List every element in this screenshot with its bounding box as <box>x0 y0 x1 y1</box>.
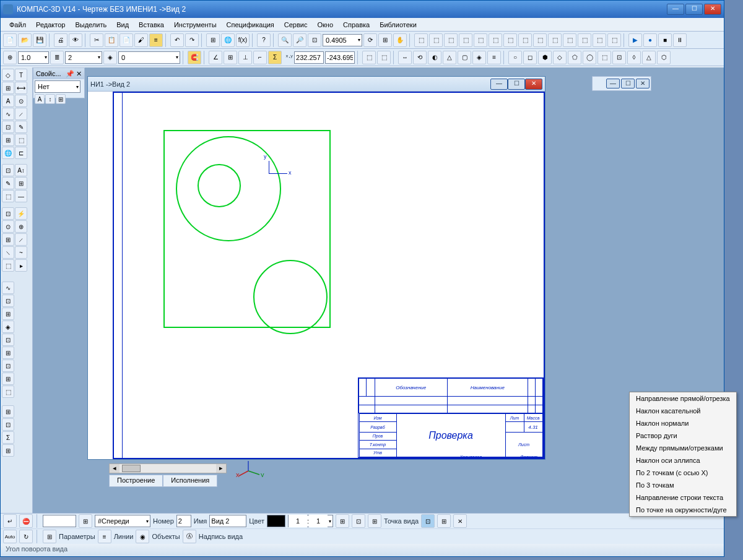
ctx-item-2[interactable]: Наклон нормали <box>630 417 736 429</box>
lt-text-icon[interactable]: T <box>15 69 27 81</box>
c1-icon[interactable]: ○ <box>508 51 522 64</box>
paste-icon[interactable]: 📄 <box>119 33 133 47</box>
tab-objects[interactable]: Объекты <box>152 533 180 540</box>
ctx-item-4[interactable]: Между прямыми/отрезками <box>630 442 736 454</box>
bottom-input-1[interactable] <box>43 515 76 527</box>
m1-icon[interactable]: ↔ <box>398 51 412 64</box>
coord-icon[interactable]: ⊕ <box>3 51 17 64</box>
lt-c3-icon[interactable]: ⊙ <box>2 220 14 233</box>
drawing-canvas[interactable]: y x ОбозначениеНаименование ИзмПроверкаЛ… <box>88 92 545 459</box>
ctx-item-9[interactable]: По точке на окружности/дуге <box>630 504 736 516</box>
lt-d6-icon[interactable]: ⊞ <box>2 347 14 359</box>
stop-icon[interactable]: ■ <box>658 33 672 47</box>
ctx-item-1[interactable]: Наклон касательной <box>630 405 736 417</box>
lt-d8-icon[interactable]: ⊞ <box>2 373 14 385</box>
lt-c9-icon[interactable]: ⬚ <box>2 259 14 272</box>
tab-caption[interactable]: Надпись вида <box>199 533 243 540</box>
coord-y-input[interactable] <box>325 51 355 64</box>
menu-libs[interactable]: Библиотеки <box>375 20 422 30</box>
t9-icon[interactable]: ⬚ <box>533 33 547 47</box>
lt-b4-icon[interactable]: ⊞ <box>15 177 27 189</box>
bp4-icon[interactable]: ⊡ <box>421 514 435 528</box>
lt-e1-icon[interactable]: ⊞ <box>2 405 14 418</box>
h-scrollbar[interactable]: ◂ ▸ <box>109 463 227 473</box>
lt-e3-icon[interactable]: Σ <box>2 431 14 444</box>
color-dropdown[interactable] <box>267 515 285 527</box>
t5-icon[interactable]: ⬚ <box>474 33 487 47</box>
lt-a7-icon[interactable]: ⊞ <box>2 134 14 146</box>
create-icon[interactable]: ↵ <box>3 514 17 528</box>
bp5-icon[interactable]: ⊞ <box>437 514 451 528</box>
name-input[interactable] <box>209 515 246 527</box>
m6-icon[interactable]: ◈ <box>472 51 486 64</box>
m2-icon[interactable]: ⟲ <box>413 51 427 64</box>
c2-icon[interactable]: ◻ <box>523 51 537 64</box>
save-icon[interactable]: 💾 <box>33 33 46 47</box>
lt-a6-icon[interactable]: ✎ <box>15 121 27 133</box>
copy-icon[interactable]: 📋 <box>105 33 118 47</box>
zoom-fit-icon[interactable]: ⊡ <box>308 33 321 47</box>
dim2-icon[interactable]: ⬚ <box>377 51 391 64</box>
bp2-icon[interactable]: ⊡ <box>352 514 365 528</box>
props-icon[interactable]: ≡ <box>149 33 163 47</box>
bp3-icon[interactable]: ⊞ <box>368 514 381 528</box>
ctx-item-7[interactable]: По 3 точкам <box>630 479 736 491</box>
scale-dropdown[interactable]: 1.0 <box>18 51 49 64</box>
menu-insert[interactable]: Вставка <box>134 20 169 30</box>
stop-cmd-icon[interactable]: ⛔ <box>19 514 33 528</box>
number-input[interactable] <box>176 515 191 527</box>
lt-b1-icon[interactable]: ⊡ <box>2 164 14 176</box>
props-pin-icon[interactable]: 📌 <box>66 70 74 77</box>
tab-lines[interactable]: Линии <box>114 533 134 540</box>
t1-icon[interactable]: ⬚ <box>414 33 428 47</box>
lt-d3-icon[interactable]: ⊞ <box>2 308 14 320</box>
props-dropdown[interactable]: Нет <box>35 80 80 93</box>
play-icon[interactable]: ▶ <box>628 33 642 47</box>
bp1-icon[interactable]: ⊞ <box>336 514 349 528</box>
t2-icon[interactable]: ⬚ <box>429 33 443 47</box>
t13-icon[interactable]: ⬚ <box>593 33 606 47</box>
lt-e2-icon[interactable]: ⊡ <box>2 418 14 431</box>
doc2-minimize-button[interactable]: — <box>606 79 620 88</box>
menu-spec[interactable]: Спецификация <box>222 20 279 30</box>
lt-b5-icon[interactable]: ⬚ <box>2 190 14 202</box>
menu-help[interactable]: Справка <box>338 20 375 30</box>
lt-d7-icon[interactable]: ⊡ <box>2 360 14 372</box>
ctx-item-3[interactable]: Раствор дуги <box>630 429 736 442</box>
lt-c2-icon[interactable]: ⚡ <box>15 207 27 220</box>
props-b1-icon[interactable]: A <box>35 94 45 104</box>
fx-icon[interactable]: f(x) <box>236 33 250 47</box>
dim1-icon[interactable]: ⬚ <box>362 51 376 64</box>
lt-table-icon[interactable]: ⊞ <box>2 82 14 94</box>
manager-icon[interactable]: ⊞ <box>206 33 220 47</box>
lt-b3-icon[interactable]: ✎ <box>2 177 14 189</box>
doc-minimize-button[interactable]: — <box>490 79 508 90</box>
m5-icon[interactable]: ▢ <box>458 51 471 64</box>
menu-file[interactable]: Файл <box>4 20 31 30</box>
cut-icon[interactable]: ✂ <box>90 33 103 47</box>
minimize-button[interactable]: — <box>667 4 684 15</box>
t14-icon[interactable]: ⬚ <box>607 33 621 47</box>
c9-icon[interactable]: ◊ <box>627 51 641 64</box>
lt-a8-icon[interactable]: ⬚ <box>15 134 27 146</box>
scrollbar-thumb[interactable] <box>122 465 141 472</box>
preview-icon[interactable]: 👁 <box>69 33 82 47</box>
doc2-maximize-button[interactable]: ☐ <box>621 79 635 88</box>
lt-d1-icon[interactable]: ∿ <box>2 282 14 294</box>
lt-a4-icon[interactable]: ⟋ <box>15 108 27 120</box>
lt-dim-icon[interactable]: ⟷ <box>15 82 27 94</box>
m3-icon[interactable]: ◐ <box>428 51 441 64</box>
lt-c1-icon[interactable]: ⊡ <box>2 207 14 220</box>
view-dropdown[interactable]: 2 <box>65 51 102 64</box>
maximize-button[interactable]: ☐ <box>685 4 703 15</box>
bp7-icon[interactable]: ↻ <box>19 530 33 543</box>
c5-icon[interactable]: ⬠ <box>568 51 581 64</box>
lt-d4-icon[interactable]: ◈ <box>2 321 14 333</box>
bp6-icon[interactable]: ✕ <box>453 514 467 528</box>
undo-icon[interactable]: ↶ <box>170 33 184 47</box>
ratio-b-input[interactable] <box>309 515 328 527</box>
c4-icon[interactable]: ◇ <box>553 51 567 64</box>
ctx-item-8[interactable]: Направление строки текста <box>630 491 736 504</box>
ctx-item-5[interactable]: Наклон оси эллипса <box>630 454 736 467</box>
params-tab-icon[interactable]: ⊞ <box>43 530 56 543</box>
